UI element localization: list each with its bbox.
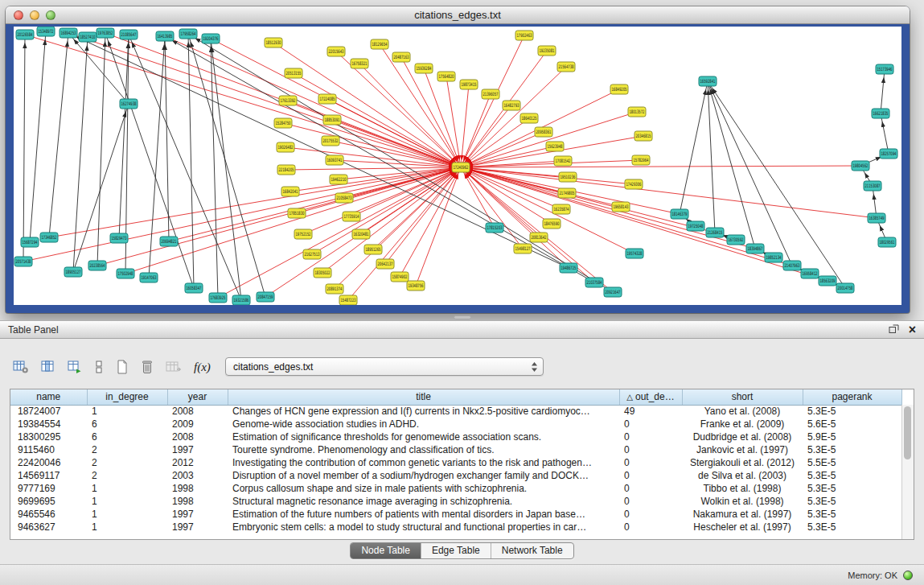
network-node[interactable]: 20571438 — [14, 257, 32, 266]
network-node[interactable]: 18951265 — [364, 245, 382, 254]
network-table-select[interactable]: citations_edges.txt — [225, 357, 544, 376]
network-node[interactable]: 19873415 — [460, 80, 478, 89]
network-node[interactable]: 17429306 — [625, 179, 643, 189]
network-node[interactable]: 18257094 — [880, 149, 897, 159]
network-node[interactable]: 15498127 — [514, 244, 532, 253]
network-node[interactable]: 15173946 — [876, 64, 893, 74]
network-node[interactable]: 18394867 — [746, 244, 764, 253]
network-node[interactable]: 16058347 — [185, 283, 203, 293]
network-node[interactable]: 15284750 — [274, 118, 292, 128]
network-node[interactable]: 18512930 — [265, 38, 282, 47]
memory-ok-icon[interactable] — [903, 571, 913, 580]
network-node[interactable]: 16730592 — [727, 235, 745, 245]
network-node[interactable]: 19763852 — [97, 28, 114, 38]
network-node[interactable]: 17081542 — [554, 156, 572, 166]
delete-column-icon[interactable] — [141, 360, 154, 374]
network-node[interactable]: 19204376 — [202, 34, 220, 43]
network-node[interactable]: 17224085 — [318, 94, 336, 104]
network-node[interactable]: 22015643 — [327, 47, 345, 56]
network-node[interactable]: 18029561 — [878, 237, 896, 247]
tab-node-table[interactable]: Node Table — [351, 543, 421, 558]
minimize-window-button[interactable] — [30, 10, 39, 20]
column-header-pagerank[interactable]: pagerank — [803, 389, 901, 405]
network-node[interactable]: 20513155 — [285, 68, 302, 78]
network-node[interactable]: 19348756 — [407, 281, 425, 290]
network-node[interactable]: 20694821 — [160, 237, 178, 246]
import-table-icon[interactable] — [166, 360, 182, 374]
network-node[interactable]: 16093741 — [326, 155, 343, 165]
column-header-in-degree[interactable]: in_degree — [87, 389, 167, 405]
show-columns-icon[interactable] — [41, 360, 55, 374]
column-header-name[interactable]: name — [10, 389, 87, 405]
float-panel-icon[interactable] — [889, 323, 899, 337]
network-node[interactable]: 21153087 — [864, 181, 881, 191]
network-node[interactable]: 21268415 — [706, 228, 724, 237]
column-header-short[interactable]: short — [682, 389, 803, 405]
table-row[interactable]: 946554611997Estimation of the future num… — [10, 508, 901, 521]
network-node[interactable]: 20487163 — [392, 52, 410, 62]
tab-edge-table[interactable]: Edge Table — [421, 543, 491, 558]
new-file-icon[interactable] — [116, 360, 129, 374]
network-node[interactable]: 16413985 — [156, 31, 174, 41]
network-node[interactable]: 15782964 — [632, 155, 650, 165]
scrollbar-thumb[interactable] — [904, 406, 911, 459]
network-node[interactable]: 19462210 — [330, 175, 347, 184]
network-node[interactable]: 19574328 — [626, 249, 643, 258]
network-canvas[interactable]: 1724096218512930205131551761339215284750… — [14, 27, 901, 305]
rows-icon[interactable] — [94, 360, 104, 374]
network-node[interactable]: 16758321 — [351, 59, 368, 68]
network-node[interactable]: 17564820 — [437, 72, 455, 81]
tab-network-table[interactable]: Network Table — [491, 543, 573, 558]
network-node[interactable]: 16958412 — [801, 269, 819, 278]
network-node[interactable]: 16894253 — [60, 28, 77, 38]
network-node[interactable]: 19804562 — [852, 161, 869, 171]
network-node[interactable]: 16842041 — [281, 187, 299, 196]
splitter-handle[interactable] — [454, 315, 471, 319]
table-row[interactable]: 2242004622012Investigating the contribut… — [10, 456, 901, 469]
network-node[interactable]: 19752152 — [294, 229, 312, 239]
network-node[interactable]: 15623948 — [546, 142, 564, 151]
network-node[interactable]: 20014758 — [836, 283, 854, 293]
table-row[interactable]: 946362711997Embryonic stem cells: a mode… — [10, 521, 901, 534]
network-node[interactable]: 15687294 — [21, 237, 39, 247]
network-node[interactable]: 16482793 — [503, 101, 520, 110]
network-node[interactable]: 19235081 — [538, 46, 556, 56]
network-node[interactable]: 17240962 — [452, 163, 470, 172]
network-node[interactable]: 17958264 — [179, 29, 197, 39]
table-row[interactable]: 1456911722003Disruption of a novel membe… — [10, 469, 901, 482]
table-row[interactable]: 969969511998Structural magnetic resonanc… — [10, 495, 901, 508]
network-node[interactable]: 20346815 — [634, 131, 652, 141]
network-node[interactable]: 20238564 — [88, 261, 106, 270]
table-row[interactable]: 1872400712008Changes of HCN gene express… — [10, 405, 901, 418]
function-builder-icon[interactable]: f(x) — [194, 360, 211, 374]
network-node[interactable]: 18905127 — [64, 267, 82, 277]
network-node[interactable]: 20847159 — [257, 292, 274, 302]
network-node[interactable]: 17815203 — [486, 223, 503, 233]
network-node[interactable]: 18013572 — [628, 107, 646, 117]
network-node[interactable]: 16320481 — [352, 229, 370, 239]
network-node[interactable]: 15348972 — [37, 27, 55, 36]
network-node[interactable]: 18476590 — [543, 219, 561, 229]
window-titlebar[interactable]: citations_edges.txt — [6, 6, 910, 24]
network-node[interactable]: 20175532 — [322, 136, 339, 146]
close-panel-icon[interactable]: × — [909, 325, 916, 335]
network-node[interactable]: 17346852 — [40, 233, 58, 242]
network-node[interactable]: 20958361 — [535, 127, 552, 137]
column-header-year[interactable]: year — [167, 389, 228, 405]
network-node[interactable]: 17613392 — [279, 96, 297, 105]
network-node[interactable]: 19486725 — [560, 263, 577, 273]
network-node[interactable]: 17683925 — [209, 293, 227, 303]
network-node[interactable]: 21749805 — [558, 188, 576, 198]
network-node[interactable]: 18527410 — [79, 32, 97, 42]
network-node[interactable]: 16235874 — [552, 204, 570, 214]
network-node[interactable]: 19321586 — [232, 295, 250, 305]
network-node[interactable]: 20126584 — [16, 30, 34, 39]
network-node[interactable]: 16621835 — [872, 109, 889, 118]
network-node[interactable]: 19510236 — [559, 172, 577, 182]
network-node[interactable]: 15487223 — [339, 295, 357, 305]
table-mode-icon[interactable] — [13, 360, 29, 374]
network-node[interactable]: 17502948 — [117, 269, 134, 278]
network-node[interactable]: 21037584 — [585, 278, 603, 287]
network-node[interactable]: 18305022 — [314, 268, 331, 278]
network-node[interactable]: 17735914 — [343, 212, 360, 221]
